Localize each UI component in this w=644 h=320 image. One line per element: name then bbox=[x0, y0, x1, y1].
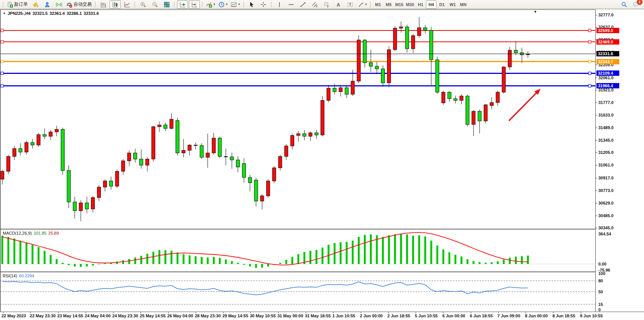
toolbar-grip bbox=[2, 2, 4, 8]
arrows-button[interactable]: ▾ bbox=[357, 0, 368, 9]
chart-shift-button[interactable] bbox=[189, 0, 200, 9]
crosshair-icon bbox=[260, 2, 266, 8]
line-handle[interactable] bbox=[588, 85, 591, 87]
cursor-button[interactable] bbox=[246, 0, 257, 9]
trendline-button[interactable] bbox=[298, 0, 309, 9]
zoom-out-icon bbox=[152, 2, 158, 8]
templates-icon bbox=[231, 2, 237, 8]
autotrading-button[interactable]: 自动交易 bbox=[65, 0, 93, 9]
time-axis[interactable]: 22 May 202322 May 23:3023 May 14:5524 Ma… bbox=[0, 312, 644, 320]
toolbar-grip bbox=[201, 2, 203, 8]
toolbar-grip bbox=[243, 2, 245, 8]
tf-h4[interactable]: H4 bbox=[426, 0, 437, 9]
line-handle[interactable] bbox=[588, 60, 591, 63]
profiles-icon bbox=[44, 2, 50, 8]
time-tick bbox=[168, 312, 169, 313]
price-tick-label: 30345.0 bbox=[598, 226, 614, 230]
horizontal-line-button[interactable] bbox=[286, 0, 297, 9]
toolbar-grip bbox=[370, 2, 371, 8]
line-handle[interactable] bbox=[588, 72, 591, 75]
chevron-down-icon[interactable]: ▾ bbox=[238, 3, 240, 6]
tile-windows-button[interactable] bbox=[161, 0, 172, 9]
time-tick bbox=[361, 312, 361, 313]
tf-d1[interactable]: D1 bbox=[437, 0, 447, 9]
rsi-value: 60.2294 bbox=[19, 274, 34, 278]
profiles-button[interactable] bbox=[41, 0, 53, 9]
text-label-button[interactable]: T bbox=[345, 0, 356, 9]
candle-chart-button[interactable] bbox=[110, 0, 121, 9]
time-axis-label: 26 May 04:00 bbox=[167, 314, 193, 318]
rsi-tick-label: 50 bbox=[598, 290, 603, 294]
chevron-down-icon[interactable]: ▾ bbox=[365, 3, 367, 6]
line-chart-button[interactable] bbox=[121, 0, 132, 9]
time-tick bbox=[306, 312, 306, 313]
zoom-in-icon bbox=[140, 2, 146, 8]
tf-mn[interactable]: MN bbox=[458, 0, 469, 9]
time-axis-label: 1 Jun 10:55 bbox=[332, 314, 355, 318]
line-handle[interactable] bbox=[588, 29, 591, 32]
channel-button[interactable]: E bbox=[309, 0, 320, 9]
templates-button[interactable]: ▾ bbox=[230, 0, 241, 9]
macd-signal-value: 25.89 bbox=[48, 231, 59, 235]
signals-button[interactable] bbox=[53, 0, 64, 9]
chart-window[interactable]: ▼ JPN225-,H4 32321.5 32361.4 32286.1 323… bbox=[0, 9, 596, 312]
crosshair-button[interactable] bbox=[258, 0, 269, 9]
tf-m30[interactable]: M30 bbox=[405, 0, 415, 9]
chart-plot[interactable] bbox=[0, 10, 596, 312]
signal-icon bbox=[56, 2, 62, 8]
channel-icon: E bbox=[312, 2, 318, 8]
axis-tick bbox=[596, 90, 597, 90]
price-tick-label: 31061.0 bbox=[598, 163, 614, 167]
styler-button[interactable] bbox=[30, 0, 41, 9]
line-handle[interactable] bbox=[1, 40, 3, 43]
time-axis-label: 2 Jun 00:00 bbox=[360, 314, 383, 318]
line-handle[interactable] bbox=[1, 85, 3, 87]
time-axis-label: 23 May 14:55 bbox=[57, 314, 83, 318]
line-handle[interactable] bbox=[588, 40, 591, 43]
search-button[interactable] bbox=[618, 0, 630, 9]
cursor-icon bbox=[249, 2, 255, 8]
price-level-badge: 32599.0 bbox=[596, 28, 619, 33]
axis-tick bbox=[596, 228, 597, 228]
line-handle[interactable] bbox=[1, 29, 3, 32]
tf-m15[interactable]: M15 bbox=[394, 0, 405, 9]
chevron-down-icon[interactable]: ▾ bbox=[226, 3, 228, 6]
text-label-icon: T bbox=[347, 2, 353, 8]
notifications-button[interactable]: 1 bbox=[630, 0, 641, 9]
bar-chart-button[interactable] bbox=[98, 0, 109, 9]
time-axis-label: 31 May 00:00 bbox=[277, 314, 303, 318]
price-level-badge: 32469.0 bbox=[596, 39, 619, 45]
tf-m1[interactable]: M1 bbox=[373, 0, 383, 9]
tf-m5[interactable]: M5 bbox=[383, 0, 394, 9]
zoom-in-button[interactable] bbox=[137, 0, 148, 9]
price-tick-label: 31345.0 bbox=[598, 138, 614, 142]
price-tick-label: 31777.0 bbox=[598, 100, 614, 105]
price-axis[interactable]: 32777.032637.032493.032349.032205.032061… bbox=[596, 10, 644, 312]
time-axis-label: 28 May 23:30 bbox=[195, 314, 221, 318]
legend-collapse-icon[interactable]: ▼ bbox=[3, 12, 6, 15]
rsi-tick-label: 80 bbox=[598, 278, 603, 283]
auto-scroll-button[interactable] bbox=[177, 0, 188, 9]
time-axis-label: 8 Jun 00:00 bbox=[525, 314, 548, 318]
chart-dropdown-marker[interactable]: ▼ bbox=[534, 10, 537, 14]
price-tick-label: 30773.0 bbox=[598, 188, 614, 193]
tf-w1[interactable]: W1 bbox=[447, 0, 458, 9]
chevron-down-icon[interactable]: ▾ bbox=[214, 3, 215, 6]
line-handle[interactable] bbox=[1, 72, 3, 75]
bars-chart-icon bbox=[100, 2, 107, 8]
vertical-line-button[interactable] bbox=[274, 0, 285, 9]
time-tick bbox=[498, 312, 499, 313]
new-order-button[interactable]: 新订单 bbox=[6, 0, 29, 9]
axis-tick bbox=[596, 178, 597, 178]
tf-h1[interactable]: H1 bbox=[415, 0, 426, 9]
periods-button[interactable]: ▾ bbox=[217, 0, 229, 9]
vline-icon bbox=[276, 2, 282, 8]
zoom-out-button[interactable] bbox=[149, 0, 160, 9]
macd-main-value: 101.85 bbox=[33, 231, 46, 235]
shapes-icon bbox=[358, 2, 364, 8]
fibonacci-button[interactable]: F bbox=[321, 0, 332, 9]
line-handle[interactable] bbox=[1, 60, 3, 63]
indicators-button[interactable]: ▾ bbox=[205, 0, 217, 9]
text-button[interactable]: A bbox=[333, 0, 344, 9]
toolbar-grip bbox=[271, 2, 273, 8]
